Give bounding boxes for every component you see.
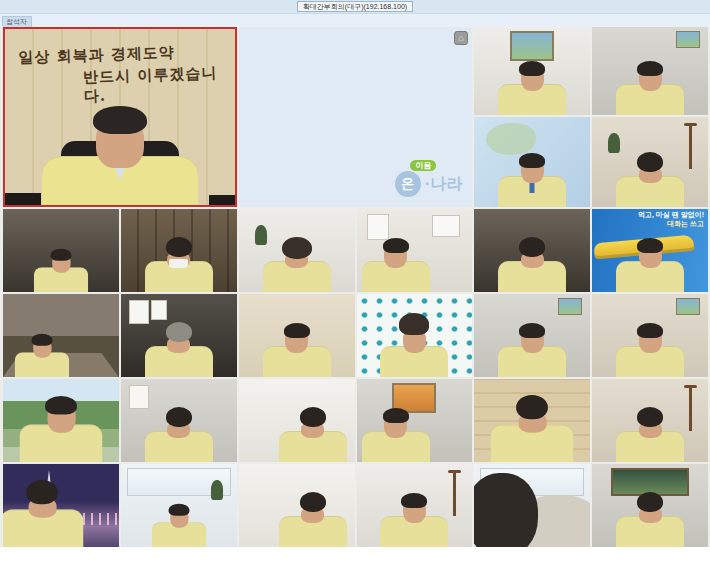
participant-person [491,395,574,462]
participant-video-r3c1[interactable] [3,209,119,292]
participant-video-r2c6[interactable] [592,117,708,207]
participant-video-r4c5[interactable] [474,294,590,377]
participant-video-r3c3[interactable] [239,209,355,292]
plant [211,480,223,500]
participant-person [15,334,69,377]
participant-person [152,504,206,547]
hair-shape [32,334,53,346]
hair-shape [519,61,545,76]
onnara-logo: 이음 온 ·나라 [395,171,463,197]
participant-video-r5c4[interactable] [357,379,473,462]
participant-video-r5c6[interactable] [592,379,708,462]
participant-person [380,493,448,547]
wall-poster [151,300,167,320]
hair-shape [282,237,312,259]
hair-shape [637,152,663,172]
participant-video-r4c3[interactable] [239,294,355,377]
logo-badge: 이음 [410,160,436,171]
plant [608,133,620,153]
participant-person [145,407,213,462]
participant-video-r3c6[interactable]: 먹고, 마실 땐 말없이! 대화는 쓰고 [592,209,708,292]
empty-seats-area: ⌂ 이음 온 ·나라 [239,27,473,207]
hair-shape [637,323,663,338]
home-icon[interactable]: ⌂ [454,31,468,45]
participant-video-r4c1[interactable] [3,294,119,377]
participant-video-r5c2[interactable] [121,379,237,462]
participant-video-r6c2[interactable] [121,464,237,547]
coat-rack [453,470,456,516]
coat-rack [689,385,692,431]
hair-shape [166,322,192,342]
participant-video-r5c3[interactable] [239,379,355,462]
hair-shape [399,313,429,335]
hair-shape [284,323,310,338]
window-titlebar: 확대간부회의(대구)(192.168.100) [0,0,710,14]
participant-person [279,492,347,547]
participant-video-r3c2[interactable] [121,209,237,292]
hair-shape [637,61,663,76]
participant-video-r3c5[interactable] [474,209,590,292]
participant-video-r4c4[interactable] [357,294,473,377]
window-title: 확대간부회의(대구)(192.168.100) [297,1,413,12]
hair-shape [383,408,409,423]
hair-shape [383,238,409,253]
hair-shape [637,407,663,427]
participant-video-r3c4[interactable] [357,209,473,292]
desk-shape [5,193,41,205]
active-speaker-person [42,106,198,205]
participant-video-r4c6[interactable] [592,294,708,377]
wall-shelf [129,385,149,409]
participant-video-r5c5[interactable] [474,379,590,462]
participant-video-r6c6[interactable] [592,464,708,547]
participant-video-r1c5[interactable] [474,27,590,115]
participant-person [616,238,684,292]
hair-shape [519,323,545,338]
banner-line2: 대화는 쓰고 [594,219,704,228]
participant-video-r5c1[interactable] [3,379,119,462]
participant-person [498,153,566,207]
participant-person [498,61,566,115]
participant-person [362,408,430,462]
hair-shape [300,492,326,512]
picture-frame [676,31,700,48]
participant-person [3,480,84,547]
hair-shape [27,480,59,504]
participant-person [616,492,684,547]
picture-frame [676,298,700,315]
hair-shape [166,237,192,257]
desk-shape [209,195,235,205]
logo-circle: 온 [395,171,421,197]
tab-participants[interactable]: 참석자 [2,16,32,27]
wall-poster [129,300,149,324]
participant-video-r2c5[interactable] [474,117,590,207]
hair-shape [637,238,663,253]
campaign-banner-text: 먹고, 마실 땐 말없이! 대화는 쓰고 [594,210,704,228]
participant-person [616,152,684,207]
hair-shape [300,407,326,427]
participant-video-r6c1[interactable] [3,464,119,547]
calligraphy-line2: 반드시 이루겠습니다. [83,63,226,106]
hair-shape [45,396,77,414]
hair-shape [401,493,427,508]
hair-shape [93,106,147,134]
hair-shape [519,153,545,168]
participant-video-r6c5[interactable] [474,464,590,547]
hair-shape [637,492,663,512]
participant-person [19,396,102,462]
participant-person [380,313,448,377]
tab-strip: 참석자 [0,14,710,27]
participant-person [34,249,88,292]
participant-person [616,407,684,462]
closeup-head-shape [474,473,538,547]
coat-rack [689,123,692,169]
participant-person [263,237,331,292]
participant-video-r6c4[interactable] [357,464,473,547]
active-speaker-video[interactable]: 일상 회복과 경제도약 반드시 이루겠습니다. [3,27,237,207]
participant-person [362,238,430,292]
participant-video-r4c2[interactable] [121,294,237,377]
participant-video-r6c3[interactable] [239,464,355,547]
participant-person [263,323,331,377]
participant-video-r1c6[interactable] [592,27,708,115]
logo-text: ·나라 [425,175,462,192]
participant-person [145,322,213,377]
